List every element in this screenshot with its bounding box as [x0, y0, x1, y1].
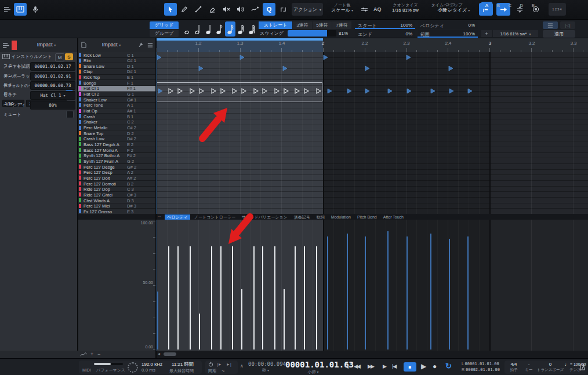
drum-row[interactable]: ShakerC 2: [78, 119, 155, 125]
drum-row[interactable]: Kick LowC 1: [78, 52, 155, 58]
velocity-bar-selected[interactable]: [241, 289, 242, 349]
stop-button[interactable]: ■: [404, 362, 416, 372]
midi-note[interactable]: [365, 63, 370, 69]
quantize-field-1[interactable]: スタート100%: [355, 21, 415, 29]
timeline-ruler[interactable]: 1.21.31.422.22.32.433.23.3: [157, 38, 588, 53]
swing-slider[interactable]: [288, 30, 336, 37]
quantize-preset-D-button[interactable]: D: [516, 2, 527, 9]
instrument-name-dropdown[interactable]: Impact ▾: [88, 42, 135, 49]
instrument-page-icon[interactable]: [81, 42, 86, 48]
velocity-bar-selected[interactable]: [190, 246, 191, 349]
track-name-dropdown[interactable]: Impact ▾: [20, 42, 73, 49]
key-display[interactable]: - キー: [523, 362, 535, 373]
drum-row[interactable]: Ride 127 DopC 3: [78, 187, 155, 192]
secondary-time-unit[interactable]: 秒 ▾: [248, 367, 283, 373]
quantize-mode-tab-1[interactable]: ストレート: [259, 21, 292, 29]
metronome-icon[interactable]: [579, 363, 586, 370]
inspector-field-3[interactable]: 00000.00.00.73: [30, 81, 75, 90]
note-value-eighth-button[interactable]: [215, 21, 225, 37]
play-button[interactable]: ▶: [421, 362, 426, 370]
drum-row[interactable]: Fx 127 GrossoE 3: [78, 209, 155, 214]
drum-row[interactable]: Bass 127 Monu AF 2: [78, 147, 155, 153]
velocity-bar-selected[interactable]: [262, 246, 263, 349]
note-value-sixteenth-button[interactable]: [225, 21, 235, 37]
mic-monitor-button[interactable]: [29, 3, 42, 16]
drum-row[interactable]: Shaker LowG# 1: [78, 97, 155, 103]
preset-dropdown[interactable]: 1/16 81% sw* ▾: [493, 30, 538, 37]
record-button[interactable]: ●: [433, 362, 437, 370]
velocity-bar-selected[interactable]: [274, 246, 275, 349]
next-marker-button[interactable]: ▶: [383, 363, 387, 369]
velocity-bar-selected[interactable]: [211, 246, 212, 349]
panel-expand-button[interactable]: |◁|: [560, 21, 575, 29]
velocity-bar[interactable]: [347, 234, 348, 349]
scroll-left-button[interactable]: ◂: [158, 351, 160, 356]
snap-step-dropdown[interactable]: ステップ クオンタイズ ▾: [431, 2, 477, 17]
lane-tab-item[interactable]: サウンドバリエーション: [239, 214, 290, 220]
rewind-button[interactable]: ◀◀: [354, 363, 360, 369]
split-tool-button[interactable]: [277, 3, 289, 16]
drum-row[interactable]: Perc 127 DesgeG# 2: [78, 164, 155, 170]
lane-tab-item[interactable]: Modulation: [329, 214, 353, 220]
quantize-mode-tab-4[interactable]: 7連符: [332, 21, 351, 29]
quantize-field-2[interactable]: エンド0%: [355, 30, 415, 38]
midi-note[interactable]: [327, 86, 332, 92]
main-time-unit[interactable]: 小節 ▾: [285, 369, 341, 375]
prev-marker-button[interactable]: ◀: [344, 363, 349, 369]
midi-note[interactable]: [365, 86, 370, 92]
apply-button[interactable]: 適用: [543, 30, 575, 38]
zoom-out-button[interactable]: −: [97, 351, 100, 357]
power-icon[interactable]: [208, 362, 213, 367]
velocity-bar[interactable]: [387, 231, 389, 349]
line-tool-button[interactable]: [192, 3, 205, 16]
inspector-field-1[interactable]: 00001.01.02.17: [30, 62, 75, 71]
quantize-field-4[interactable]: 範囲100%: [418, 30, 478, 38]
horizontal-scrollbar[interactable]: ◂: [157, 351, 588, 358]
return-to-start-button[interactable]: |◀: [392, 363, 396, 369]
quantize-preset-C-button[interactable]: C: [504, 2, 516, 9]
editor-toggle-button[interactable]: [14, 3, 27, 16]
drum-row[interactable]: CrashB 1: [78, 114, 155, 119]
drum-row[interactable]: Ride 127 GhteiC# 3: [78, 192, 155, 198]
track-color-chip[interactable]: [12, 41, 17, 50]
drum-row[interactable]: Perc MetalicC# 2: [78, 125, 155, 131]
secondary-time-display[interactable]: 00:00:00.094 秒 ▾: [248, 361, 283, 373]
time-signature[interactable]: 4/4 拍子: [506, 362, 522, 373]
aq-toggle[interactable]: AQ: [373, 6, 382, 13]
midi-note[interactable]: [282, 63, 288, 69]
sync-panel[interactable]: |► ►| 同期 ∿: [205, 361, 238, 374]
drum-row[interactable]: Perc ToneA 1: [78, 103, 155, 108]
drum-row[interactable]: Chst Winds AD 3: [78, 198, 155, 203]
quantize-preset-E-button[interactable]: E: [528, 2, 539, 9]
editor-menu-icon[interactable]: [2, 42, 10, 49]
quantize-field-3[interactable]: ベロシティ0%: [418, 21, 478, 29]
midi-note[interactable]: [157, 52, 162, 58]
velocity-bar-selected[interactable]: [316, 246, 317, 349]
action-menu-button[interactable]: アクション ▾: [292, 3, 323, 16]
midi-note[interactable]: [430, 86, 435, 92]
drum-row[interactable]: Hat Cl 1F# 1: [78, 86, 155, 92]
inspector-field-5[interactable]: 80%: [30, 101, 75, 110]
velocity-bar-selected[interactable]: [177, 246, 179, 349]
mute-tool-button[interactable]: [220, 3, 233, 16]
velocity-bar[interactable]: [467, 236, 469, 349]
velocity-bar[interactable]: [327, 236, 328, 349]
drum-row[interactable]: Perc 127 DomotiB 2: [78, 181, 155, 187]
velocity-bar-selected[interactable]: [253, 246, 255, 349]
drum-row[interactable]: Snare LowD 1: [78, 63, 155, 69]
preset-add-button[interactable]: +: [481, 30, 492, 37]
loop-range-display[interactable]: L 00001.01.01.00 R 00002.01.01.00: [462, 361, 502, 373]
pointer-tool-button[interactable]: [164, 3, 177, 16]
note-value-half-button[interactable]: [193, 21, 204, 37]
listen-tool-button[interactable]: [234, 3, 246, 16]
note-color-dropdown[interactable]: ノート色 スケール ▾: [326, 2, 358, 17]
loop-button[interactable]: ↻: [445, 362, 452, 370]
mute-m-button[interactable]: M: [55, 53, 64, 61]
pencil-tool-button[interactable]: [178, 3, 191, 16]
wrench-icon[interactable]: [138, 42, 144, 48]
transport-collapse-button[interactable]: ∧: [240, 363, 244, 369]
macros-button[interactable]: [249, 3, 262, 16]
lane-tab-selected[interactable]: ベロシティ: [165, 214, 190, 220]
quantize-mode-tab-2[interactable]: 3連符: [293, 21, 312, 29]
velocity-bar-selected[interactable]: [304, 246, 305, 349]
